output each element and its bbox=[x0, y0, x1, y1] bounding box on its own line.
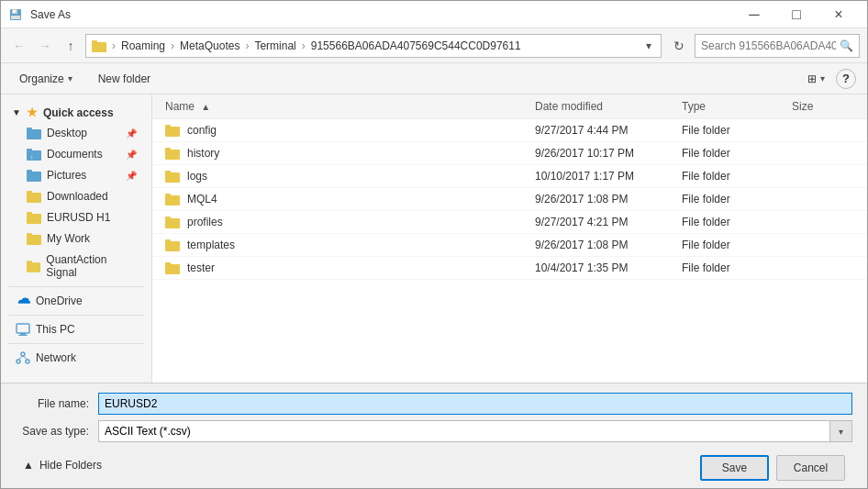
file-size bbox=[786, 266, 860, 270]
svg-text:↓: ↓ bbox=[30, 153, 34, 160]
sidebar-item-downloaded[interactable]: Downloaded bbox=[5, 186, 148, 206]
search-input[interactable] bbox=[701, 39, 836, 52]
svg-rect-33 bbox=[165, 172, 180, 183]
organize-label: Organize bbox=[19, 72, 64, 85]
minimize-button[interactable]: ─ bbox=[733, 1, 775, 28]
pin-icon-docs: 📌 bbox=[126, 150, 137, 160]
table-row[interactable]: history 9/26/2017 10:17 PM File folder bbox=[152, 142, 867, 165]
table-row[interactable]: templates 9/26/2017 1:08 PM File folder bbox=[152, 234, 867, 257]
view-button[interactable]: ⊞ ▾ bbox=[800, 69, 832, 89]
table-row[interactable]: tester 10/4/2017 1:35 PM File folder bbox=[152, 257, 867, 280]
sidebar-separator-1 bbox=[8, 286, 144, 287]
new-folder-button[interactable]: New folder bbox=[91, 69, 158, 89]
search-icon: 🔍 bbox=[840, 39, 853, 52]
close-button[interactable]: × bbox=[818, 1, 860, 28]
up-button[interactable]: ↑ bbox=[60, 35, 82, 57]
breadcrumb-roaming: Roaming bbox=[121, 39, 165, 52]
svg-rect-37 bbox=[165, 218, 180, 228]
documents-folder-icon: ↓ bbox=[27, 148, 41, 161]
title-bar: Save As ─ □ × bbox=[1, 1, 867, 28]
sidebar-item-thispc-label: This PC bbox=[36, 323, 75, 336]
row-folder-icon bbox=[165, 239, 180, 251]
table-row[interactable]: logs 10/10/2017 1:17 PM File folder bbox=[152, 165, 867, 188]
file-type: File folder bbox=[676, 145, 786, 161]
svg-rect-18 bbox=[27, 233, 32, 236]
forward-button[interactable]: → bbox=[34, 35, 56, 57]
file-type: File folder bbox=[676, 214, 786, 230]
col-name[interactable]: Name ▲ bbox=[160, 98, 529, 115]
svg-point-25 bbox=[17, 360, 20, 363]
organize-chevron-icon: ▾ bbox=[68, 73, 72, 83]
svg-line-27 bbox=[18, 356, 23, 360]
title-text: Save As bbox=[30, 8, 71, 21]
sidebar-item-quantaction[interactable]: QuantAction Signal bbox=[5, 250, 148, 283]
svg-rect-35 bbox=[165, 195, 180, 206]
sidebar-item-pictures[interactable]: Pictures 📌 bbox=[5, 165, 148, 185]
address-bar[interactable]: › Roaming › MetaQuotes › Terminal › 9155… bbox=[85, 34, 662, 58]
sidebar-item-onedrive[interactable]: OneDrive bbox=[5, 291, 148, 311]
file-date: 9/27/2017 4:44 PM bbox=[529, 122, 676, 139]
sidebar: ▼ ★ Quick access Desktop 📌 ↓ Documents bbox=[1, 94, 152, 383]
sidebar-item-desktop[interactable]: Desktop 📌 bbox=[5, 123, 148, 143]
refresh-button[interactable]: ↻ bbox=[667, 34, 691, 58]
col-date[interactable]: Date modified bbox=[529, 98, 676, 115]
hide-folders-arrow-icon: ▲ bbox=[23, 459, 34, 472]
breadcrumb-id: 915566BA06ADA407569C544CC0D97611 bbox=[311, 39, 521, 52]
col-type[interactable]: Type bbox=[676, 98, 786, 115]
cancel-button[interactable]: Cancel bbox=[776, 455, 845, 481]
file-size bbox=[786, 243, 860, 247]
sidebar-item-documents[interactable]: ↓ Documents 📌 bbox=[5, 144, 148, 164]
svg-rect-16 bbox=[27, 212, 32, 215]
sidebar-item-mywork[interactable]: My Work bbox=[5, 228, 148, 249]
sidebar-item-pictures-label: Pictures bbox=[47, 169, 86, 182]
sidebar-item-thispc[interactable]: This PC bbox=[5, 319, 148, 339]
save-button[interactable]: Save bbox=[700, 455, 769, 481]
sidebar-item-onedrive-label: OneDrive bbox=[36, 295, 83, 307]
help-button[interactable]: ? bbox=[836, 69, 856, 89]
file-date: 9/26/2017 1:08 PM bbox=[529, 237, 676, 253]
file-name-cell: logs bbox=[160, 168, 529, 184]
address-chevron-icon[interactable]: ▾ bbox=[642, 39, 655, 52]
svg-rect-5 bbox=[92, 40, 97, 43]
hide-folders-toggle[interactable]: ▲ Hide Folders bbox=[23, 455, 102, 475]
desktop-folder-icon bbox=[27, 127, 41, 139]
sidebar-item-network[interactable]: Network bbox=[5, 348, 148, 368]
filetype-arrow-icon[interactable]: ▾ bbox=[830, 420, 852, 442]
table-row[interactable]: profiles 9/27/2017 4:21 PM File folder bbox=[152, 211, 867, 234]
filename-input[interactable] bbox=[98, 393, 852, 415]
sidebar-item-eurusd[interactable]: EURUSD H1 bbox=[5, 207, 148, 228]
svg-rect-38 bbox=[165, 217, 171, 219]
svg-rect-32 bbox=[165, 148, 171, 150]
filetype-display: ASCII Text (*.csv) bbox=[98, 420, 830, 442]
quick-access-label: Quick access bbox=[43, 106, 114, 119]
maximize-button[interactable]: □ bbox=[775, 1, 818, 28]
file-name: templates bbox=[187, 239, 235, 251]
file-name: tester bbox=[187, 261, 215, 274]
title-bar-left: Save As bbox=[8, 7, 71, 22]
breadcrumb-terminal: Terminal bbox=[254, 39, 295, 52]
address-folder-icon bbox=[92, 39, 106, 52]
file-name: config bbox=[187, 124, 217, 137]
svg-rect-39 bbox=[165, 241, 180, 251]
action-toolbar: Organize ▾ New folder ⊞ ▾ ? bbox=[1, 63, 867, 94]
svg-rect-8 bbox=[27, 150, 41, 161]
file-size bbox=[786, 197, 860, 201]
col-size[interactable]: Size bbox=[786, 98, 860, 115]
thispc-icon bbox=[16, 323, 30, 336]
table-row[interactable]: config 9/27/2017 4:44 PM File folder bbox=[152, 119, 867, 142]
svg-point-24 bbox=[21, 352, 25, 356]
organize-button[interactable]: Organize ▾ bbox=[12, 69, 80, 89]
table-row[interactable]: MQL4 9/26/2017 1:08 PM File folder bbox=[152, 188, 867, 211]
file-date: 10/10/2017 1:17 PM bbox=[529, 168, 676, 184]
file-name-cell: tester bbox=[160, 260, 529, 276]
back-button[interactable]: ← bbox=[8, 35, 30, 57]
filetype-value: ASCII Text (*.csv) bbox=[105, 425, 191, 438]
row-folder-icon bbox=[165, 147, 180, 160]
hide-folders-label: Hide Folders bbox=[39, 459, 102, 472]
svg-rect-15 bbox=[27, 214, 41, 224]
svg-rect-34 bbox=[165, 171, 171, 173]
svg-rect-11 bbox=[27, 172, 41, 182]
sidebar-separator-3 bbox=[8, 343, 144, 344]
quick-access-header[interactable]: ▼ ★ Quick access bbox=[1, 100, 151, 122]
search-box[interactable]: 🔍 bbox=[695, 34, 860, 58]
